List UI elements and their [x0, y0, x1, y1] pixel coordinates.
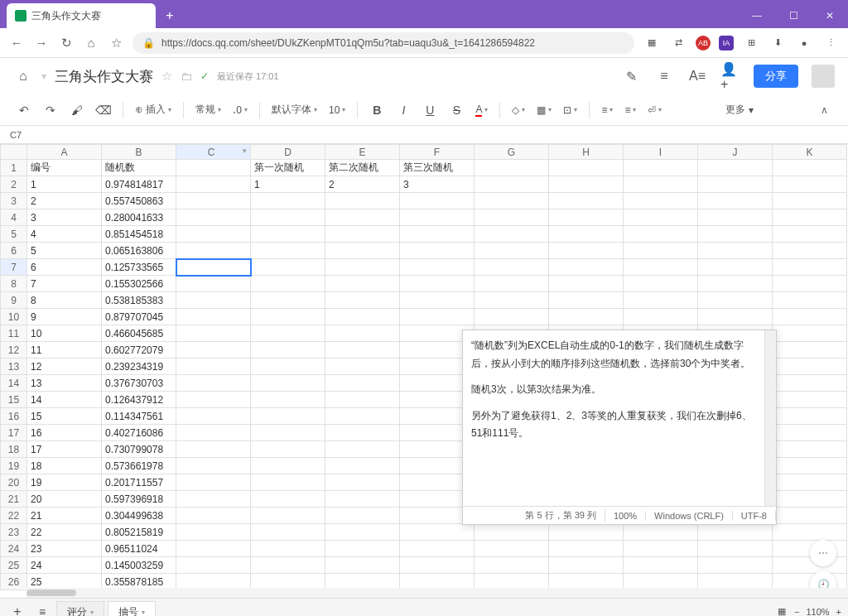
- cell-K21[interactable]: [773, 491, 847, 508]
- cell-A7[interactable]: 6: [27, 259, 102, 276]
- cell-H7[interactable]: [549, 259, 624, 276]
- font-size-dropdown[interactable]: 10▾: [325, 104, 349, 116]
- add-sheet-button[interactable]: +: [7, 603, 28, 617]
- underline-button[interactable]: U: [419, 99, 441, 121]
- grid-view-icon[interactable]: ▦: [778, 606, 786, 616]
- cell-I7[interactable]: [624, 259, 698, 276]
- row-header[interactable]: 12: [1, 342, 27, 359]
- row-header[interactable]: 9: [1, 292, 27, 309]
- cell-D4[interactable]: [251, 209, 325, 226]
- edit-mode-icon[interactable]: ✎: [621, 66, 641, 86]
- zoom-value[interactable]: 110%: [806, 607, 829, 617]
- cell-C24[interactable]: [176, 541, 251, 557]
- row-header[interactable]: 4: [1, 209, 27, 226]
- cell-A4[interactable]: 3: [27, 209, 102, 226]
- cell-H5[interactable]: [549, 226, 624, 243]
- sheet-tab-pingfen[interactable]: 评分▾: [56, 601, 104, 617]
- cell-E18[interactable]: [325, 441, 400, 458]
- note-scrollbar[interactable]: [764, 330, 776, 506]
- cell-B5[interactable]: 0.851454518: [102, 226, 176, 243]
- cell-I1[interactable]: [624, 160, 698, 176]
- cell-J2[interactable]: [698, 176, 773, 193]
- cell-H8[interactable]: [549, 276, 624, 292]
- cell-C22[interactable]: [176, 508, 251, 524]
- cell-D5[interactable]: [251, 226, 325, 243]
- cell-E3[interactable]: [325, 193, 400, 209]
- cell-K22[interactable]: [773, 508, 847, 524]
- cell-A25[interactable]: 24: [27, 557, 102, 574]
- home-button[interactable]: ⌂: [83, 35, 99, 51]
- cell-G9[interactable]: [475, 292, 549, 309]
- cell-D20[interactable]: [251, 474, 325, 491]
- cell-G23[interactable]: [475, 524, 549, 541]
- cell-C12[interactable]: [176, 342, 251, 359]
- cell-E23[interactable]: [325, 524, 400, 541]
- valign-dropdown[interactable]: ≡▾: [621, 104, 639, 116]
- cell-E17[interactable]: [325, 425, 400, 441]
- user-avatar[interactable]: [812, 65, 835, 88]
- cell-I9[interactable]: [624, 292, 698, 309]
- cell-E15[interactable]: [325, 392, 400, 408]
- cell-J1[interactable]: [698, 160, 773, 176]
- browser-menu-button[interactable]: ⋮: [822, 34, 840, 52]
- cell-A1[interactable]: 编号: [27, 160, 102, 176]
- number-format-dropdown[interactable]: 常规▾: [192, 103, 224, 117]
- profile-icon[interactable]: ●: [795, 34, 813, 52]
- window-maximize-button[interactable]: ☐: [775, 3, 812, 28]
- cell-B11[interactable]: 0.466045685: [102, 325, 176, 342]
- cell-K20[interactable]: [773, 474, 847, 491]
- cell-A13[interactable]: 12: [27, 359, 102, 375]
- cell-K14[interactable]: [773, 375, 847, 392]
- cell-K4[interactable]: [773, 209, 847, 226]
- cell-A3[interactable]: 2: [27, 193, 102, 209]
- cell-D10[interactable]: [251, 309, 325, 325]
- cell-H25[interactable]: [549, 557, 624, 574]
- cell-F6[interactable]: [400, 243, 475, 259]
- cell-C2[interactable]: [176, 176, 251, 193]
- clear-format-button[interactable]: ⌫: [93, 99, 114, 121]
- column-header-E[interactable]: E: [325, 145, 400, 160]
- cell-D14[interactable]: [251, 375, 325, 392]
- cell-K16[interactable]: [773, 408, 847, 425]
- cell-K5[interactable]: [773, 226, 847, 243]
- column-header-J[interactable]: J: [698, 145, 773, 160]
- strike-button[interactable]: S: [446, 99, 467, 121]
- cell-E25[interactable]: [325, 557, 400, 574]
- cell-E20[interactable]: [325, 474, 400, 491]
- cell-H10[interactable]: [549, 309, 624, 325]
- cell-B21[interactable]: 0.597396918: [102, 491, 176, 508]
- cell-J8[interactable]: [698, 276, 773, 292]
- cell-A16[interactable]: 15: [27, 408, 102, 425]
- cell-K11[interactable]: [773, 325, 847, 342]
- cell-A23[interactable]: 22: [27, 524, 102, 541]
- cell-A11[interactable]: 10: [27, 325, 102, 342]
- outline-icon[interactable]: ≡: [654, 66, 674, 86]
- more-tools-dropdown[interactable]: 更多▾: [725, 103, 754, 117]
- cell-C21[interactable]: [176, 491, 251, 508]
- cell-K3[interactable]: [773, 193, 847, 209]
- cell-B24[interactable]: 0.96511024: [102, 541, 176, 557]
- cell-C18[interactable]: [176, 441, 251, 458]
- cell-K23[interactable]: [773, 524, 847, 541]
- cell-B14[interactable]: 0.376730703: [102, 375, 176, 392]
- back-button[interactable]: ←: [8, 35, 25, 51]
- cell-F9[interactable]: [400, 292, 475, 309]
- cell-A2[interactable]: 1: [27, 176, 102, 193]
- cell-K7[interactable]: [773, 259, 847, 276]
- cell-J6[interactable]: [698, 243, 773, 259]
- cell-J23[interactable]: [698, 524, 773, 541]
- cell-B18[interactable]: 0.730799078: [102, 441, 176, 458]
- cell-C20[interactable]: [176, 474, 251, 491]
- fab-more-button[interactable]: ⋯: [810, 540, 836, 566]
- cell-G7[interactable]: [475, 259, 549, 276]
- cell-A20[interactable]: 19: [27, 474, 102, 491]
- column-header-F[interactable]: F: [400, 145, 475, 160]
- cell-G6[interactable]: [475, 243, 549, 259]
- cell-D19[interactable]: [251, 458, 325, 474]
- cell-E16[interactable]: [325, 408, 400, 425]
- cell-F3[interactable]: [400, 193, 475, 209]
- cell-A15[interactable]: 14: [27, 392, 102, 408]
- cell-I23[interactable]: [624, 524, 698, 541]
- cell-H24[interactable]: [549, 541, 624, 557]
- cell-C10[interactable]: [176, 309, 251, 325]
